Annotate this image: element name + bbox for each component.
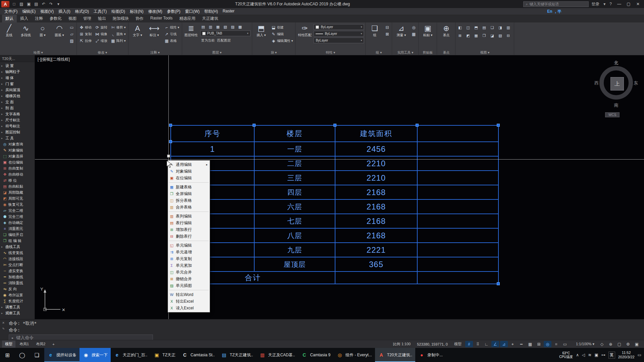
palette-section[interactable]: ▸工 具 — [0, 135, 35, 141]
palette-tool[interactable]: ❐组 编 辑 — [0, 238, 35, 244]
ribbon-panel-label[interactable]: 绘图 ▾ — [1, 50, 75, 55]
usb-icon[interactable]: ⊶ — [601, 353, 605, 357]
context-menu-item[interactable]: ⊞单元复制 — [168, 255, 210, 262]
context-menu-item[interactable]: ⊞增加表行 — [168, 226, 210, 233]
palette-tool[interactable]: ⇄移 位 — [0, 177, 35, 183]
polar-tracking-toggle[interactable]: ∠ — [491, 341, 499, 347]
volume-icon[interactable]: ◁ — [582, 353, 585, 357]
palette-tool[interactable]: ∑长度统计 — [0, 298, 35, 304]
palette-tool[interactable]: ◩局部可见 — [0, 195, 35, 201]
command-close-icon[interactable]: ✕ — [2, 320, 5, 325]
close-button[interactable]: ✕ — [633, 2, 643, 6]
context-menu-item[interactable]: ▦新建表格 — [168, 184, 210, 190]
ribbon-button[interactable]: ✄修剪 ▾ — [110, 24, 127, 31]
layout-tab[interactable]: 布局1 — [16, 341, 32, 348]
layer-tool-icon[interactable]: ▤ — [200, 24, 206, 29]
menu-item[interactable]: 视图(V) — [38, 8, 56, 15]
palette-section[interactable]: ▸墙 体 — [0, 75, 35, 81]
ribbon-button[interactable]: ◟圆角 ▾ — [110, 31, 127, 37]
palette-tool[interactable]: ◉恢复可见 — [0, 201, 35, 207]
palette-section[interactable]: ▸符号标注 — [0, 123, 35, 129]
view-tool-icon[interactable]: ▥ — [505, 25, 511, 30]
ribbon-button[interactable]: ≣图层特性 — [183, 23, 199, 50]
view-tool-icon[interactable]: ▤ — [481, 25, 487, 30]
isolate-objects-icon[interactable]: ▢ — [615, 341, 623, 347]
snap-tracking-toggle[interactable]: ⌖ — [509, 341, 517, 347]
ribbon-panel-label[interactable]: 组 ▾ — [367, 50, 390, 55]
palette-section[interactable]: ▸文字表格 — [0, 111, 35, 117]
redo-icon[interactable]: ↷ — [48, 2, 54, 6]
compass-west[interactable]: 西 — [594, 80, 599, 86]
ribbon-tab[interactable]: 视图 — [65, 15, 80, 22]
ribbon-button[interactable]: ✎编辑 — [270, 31, 294, 37]
ribbon-panel-label[interactable]: 块 ▾ — [254, 50, 294, 55]
context-menu-item[interactable]: ✎对象编辑 — [168, 168, 210, 175]
ribbon-button[interactable]: ▨ — [68, 38, 75, 44]
layout-tab[interactable]: + — [49, 341, 57, 347]
dynamic-ucs-toggle[interactable]: ◎ — [544, 341, 551, 347]
ribbon-panel-label[interactable]: 剪贴板 — [420, 50, 435, 55]
undo-icon[interactable]: ↶ — [40, 2, 47, 6]
ime-language-badge[interactable]: En ，半 — [547, 9, 642, 14]
grip-handle[interactable] — [169, 124, 172, 127]
context-menu-item[interactable]: ⊟删除表行 — [168, 233, 210, 240]
palette-tool[interactable]: ◈自动确定 — [0, 220, 35, 226]
context-menu-item[interactable]: ⊠撤销合并 — [168, 276, 210, 282]
palette-section[interactable]: ▸曲线工具 — [0, 244, 35, 250]
annotation-monitor-icon[interactable]: ⊕ — [607, 341, 614, 347]
taskbar-app[interactable]: e天正的门_百.. — [111, 348, 150, 362]
shield-icon[interactable]: ▣ — [594, 353, 598, 357]
grid-toggle[interactable]: # — [465, 341, 473, 347]
save-icon[interactable]: ▣ — [25, 2, 32, 6]
palette-tool[interactable]: ⬚对象选择 — [0, 153, 35, 159]
ribbon-button[interactable]: ◎ — [410, 24, 417, 31]
ribbon-button[interactable]: 匹配图层 — [216, 37, 232, 44]
signin-button[interactable]: 登录 — [591, 1, 599, 7]
palette-section[interactable]: ▸门 窗 — [0, 81, 35, 87]
ribbon-button[interactable]: ⌐线性 ▾ — [163, 24, 180, 31]
taskbar-app[interactable]: ▣TZ天正 — [150, 348, 178, 362]
annotation-visibility-toggle[interactable]: ▭ — [561, 341, 569, 347]
ribbon-button[interactable]: ✥移动 — [78, 24, 93, 31]
palette-tool[interactable]: ◪局部隐藏 — [0, 189, 35, 195]
ortho-toggle[interactable]: ∟ — [483, 341, 490, 347]
ribbon-button[interactable]: ⊠ — [384, 31, 390, 37]
help-icon[interactable]: ? — [609, 2, 612, 6]
restore-button[interactable]: ▢ — [624, 2, 633, 6]
palette-title[interactable]: T20天... — [0, 55, 35, 62]
layer-tool-icon[interactable]: ▥ — [208, 24, 214, 29]
ribbon-button[interactable]: 置为当前 — [200, 37, 216, 44]
ribbon-panel-label[interactable]: 图层 ▾ — [183, 50, 251, 55]
ribbon-panel-label[interactable]: 特性 ▾ — [297, 50, 364, 55]
apps-icon[interactable]: ▾ — [603, 2, 605, 6]
selection-cycling-toggle[interactable]: ⊞ — [535, 341, 543, 347]
ribbon-tab[interactable]: 注释 — [32, 15, 46, 22]
taskbar-app[interactable]: ◎组件 - Everyt... — [333, 348, 375, 362]
ribbon-panel-label[interactable]: 注释 ▾ — [130, 50, 180, 55]
ribbon-button[interactable]: ▦阵列 ▾ — [110, 38, 127, 44]
clean-screen-icon[interactable]: ▣ — [633, 341, 641, 347]
layout-tab[interactable]: 模型 — [2, 341, 15, 348]
layer-tool-icon[interactable]: ▨ — [230, 24, 236, 29]
taskbar-app[interactable]: e搅拌站设备 — [44, 348, 79, 362]
minimize-button[interactable]: — — [614, 2, 624, 6]
menu-item[interactable]: 帮助(H) — [202, 8, 220, 15]
ribbon-tab[interactable]: 默认 — [2, 15, 17, 22]
context-menu-item[interactable]: ▥合并表格 — [168, 204, 210, 210]
property-dropdown[interactable]: ByLayer▾ — [314, 38, 364, 43]
layer-tool-icon[interactable]: ▧ — [222, 24, 228, 29]
palette-tool[interactable]: ▤自由粘贴 — [0, 183, 35, 189]
space-indicator[interactable]: 模型 — [451, 342, 464, 347]
ribbon-button[interactable]: ⟳旋转 — [94, 24, 108, 31]
ribbon-button[interactable]: ∿多段线 — [18, 23, 34, 50]
snap-toggle[interactable]: ⠿ — [474, 341, 482, 347]
taskbar-app[interactable]: ▥天正及CAD基.. — [256, 348, 298, 362]
workspace-switching-icon[interactable]: ◇ — [598, 341, 606, 347]
menu-item[interactable]: 参数(P) — [165, 8, 183, 15]
view-tool-icon[interactable]: ◩ — [465, 33, 471, 38]
ime-indicator[interactable]: 英 — [608, 352, 615, 359]
menu-item[interactable]: Raster — [220, 8, 237, 15]
ribbon-tab[interactable]: 协作 — [132, 15, 147, 22]
compass-south[interactable]: 南 — [614, 102, 619, 108]
ribbon-button[interactable]: ╱直线 — [1, 23, 17, 50]
